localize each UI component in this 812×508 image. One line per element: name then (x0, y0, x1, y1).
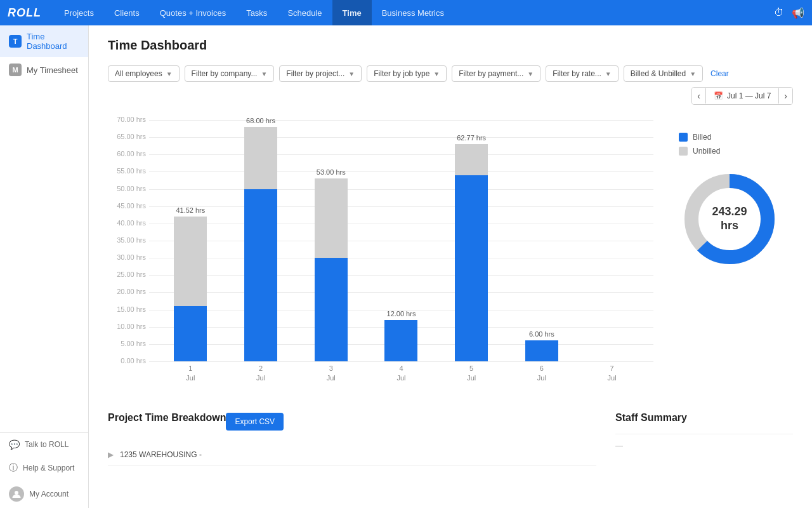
bar-label-5: 62.77 hrs (457, 134, 486, 142)
bottom-section: Project Time Breakdown Export CSV ▶ 1235… (108, 412, 793, 466)
next-date-button[interactable]: › (779, 88, 792, 104)
staff-summary-title: Staff Summary (615, 412, 793, 424)
bar-label-4: 12.00 hrs (387, 310, 416, 318)
sidebar-item-time-dashboard[interactable]: T Time Dashboard (0, 25, 88, 57)
staff-summary-placeholder: — (615, 441, 623, 450)
bar-billed-4 (384, 320, 417, 361)
project-breakdown-header: Project Time Breakdown Export CSV (108, 412, 596, 434)
bar-label-2: 68.00 hrs (246, 117, 275, 124)
my-account-button[interactable]: My Account (0, 480, 88, 508)
bar-label-6: 6.00 hrs (529, 330, 554, 338)
project-row: ▶ 1235 WAREHOUSING - (108, 444, 596, 466)
time-dashboard-icon: T (9, 35, 22, 48)
legend-billed: Billed (679, 133, 720, 142)
project-filter-arrow: ▼ (348, 70, 355, 77)
bar-stack-1 (174, 217, 207, 361)
billed-dot (679, 133, 688, 142)
bar-group-1: 41.52 hrs (165, 206, 216, 361)
megaphone-icon[interactable]: 📢 (792, 7, 804, 19)
x-label-3: 3Jul (306, 361, 357, 387)
bar-group-7 (587, 347, 638, 361)
timer-icon[interactable]: ⏱ (774, 7, 784, 18)
rate-filter[interactable]: Filter by rate... ▼ (546, 65, 619, 82)
job-type-filter-arrow: ▼ (433, 70, 440, 77)
company-filter[interactable]: Filter by company... ▼ (185, 65, 275, 82)
nav-tasks[interactable]: Tasks (236, 0, 277, 25)
x-label-6: 6Jul (516, 361, 567, 387)
top-navigation: ROLL Projects Clients Quotes + Invoices … (0, 0, 812, 25)
chart-section: 70.00 hrs 65.00 hrs 60.00 hrs 55.00 hrs … (108, 120, 793, 387)
date-range-text: Jul 1 — Jul 7 (727, 91, 771, 100)
help-support-button[interactable]: ⓘ Help & Support (0, 456, 88, 480)
project-breakdown: Project Time Breakdown Export CSV ▶ 1235… (108, 412, 596, 466)
sidebar-item-my-timesheet-label: My Timesheet (27, 65, 78, 75)
bar-label-1: 41.52 hrs (176, 206, 205, 214)
staff-summary: Staff Summary — (615, 412, 793, 466)
payment-filter-arrow: ▼ (527, 70, 534, 77)
chart-legend: Billed Unbilled (679, 133, 720, 156)
filters-bar: All employees ▼ Filter by company... ▼ F… (108, 65, 793, 105)
page-title: Time Dashboard (108, 38, 793, 53)
export-csv-button[interactable]: Export CSV (226, 413, 284, 431)
bar-group-2: 68.00 hrs (235, 117, 286, 361)
x-label-7: 7Jul (587, 361, 638, 387)
bar-stack-6 (525, 340, 558, 361)
nav-projects[interactable]: Projects (54, 0, 104, 25)
bar-label-3: 53.00 hrs (317, 168, 346, 176)
legend-billed-label: Billed (693, 133, 711, 142)
payment-filter[interactable]: Filter by payment... ▼ (452, 65, 540, 82)
project-filter[interactable]: Filter by project... ▼ (279, 65, 362, 82)
bar-stack-5 (455, 144, 488, 361)
legend-unbilled: Unbilled (679, 147, 720, 156)
bar-unbilled-5 (455, 144, 488, 175)
project-name: 1235 WAREHOUSING - (120, 450, 202, 459)
employees-filter[interactable]: All employees ▼ (108, 65, 180, 82)
rate-filter-arrow: ▼ (605, 70, 612, 77)
topnav-right: ⏱ 📢 (774, 7, 804, 19)
job-type-filter[interactable]: Filter by job type ▼ (367, 65, 447, 82)
nav-quotes-invoices[interactable]: Quotes + Invoices (150, 0, 236, 25)
my-account-label: My Account (29, 490, 69, 498)
project-breakdown-title: Project Time Breakdown (108, 412, 226, 424)
donut-chart-container: Billed Unbilled 243.29 hrs (666, 120, 793, 387)
bar-unbilled-2 (244, 127, 277, 189)
nav-schedule[interactable]: Schedule (277, 0, 332, 25)
prev-date-button[interactable]: ‹ (692, 88, 705, 104)
donut-chart: 243.29 hrs (679, 168, 780, 270)
sidebar-bottom: 💬 Talk to ROLL ⓘ Help & Support My Accou… (0, 432, 88, 508)
x-label-5: 5Jul (446, 361, 497, 387)
donut-total-text: 243.29 hrs (704, 205, 755, 232)
unbilled-dot (679, 147, 688, 156)
company-filter-arrow: ▼ (261, 70, 267, 77)
bar-billed-1 (174, 306, 207, 361)
help-support-label: Help & Support (23, 464, 74, 472)
talk-to-roll-button[interactable]: 💬 Talk to ROLL (0, 433, 88, 456)
svg-point-0 (15, 491, 18, 495)
chat-icon: 💬 (9, 439, 20, 450)
bar-chart: 70.00 hrs 65.00 hrs 60.00 hrs 55.00 hrs … (108, 120, 653, 387)
nav-business-metrics[interactable]: Business Metrics (372, 0, 454, 25)
nav-time[interactable]: Time (332, 0, 372, 25)
talk-to-roll-label: Talk to ROLL (25, 440, 69, 449)
billed-status-arrow: ▼ (690, 70, 696, 77)
nav-items: Projects Clients Quotes + Invoices Tasks… (54, 0, 774, 25)
bar-billed-3 (315, 258, 348, 361)
project-chevron-icon[interactable]: ▶ (108, 450, 114, 459)
bar-group-6: 6.00 hrs (516, 330, 567, 361)
date-navigation: ‹ 📅 Jul 1 — Jul 7 › (691, 87, 793, 105)
nav-clients[interactable]: Clients (104, 0, 150, 25)
legend-unbilled-label: Unbilled (693, 147, 720, 156)
bar-group-5: 62.77 hrs (446, 134, 497, 361)
bar-unbilled-1 (174, 217, 207, 306)
bar-unbilled-3 (315, 178, 348, 258)
bar-billed-5 (455, 175, 488, 361)
billed-status-filter[interactable]: Billed & Unbilled ▼ (624, 65, 703, 82)
clear-filters-button[interactable]: Clear (708, 69, 731, 78)
bar-billed-6 (525, 340, 558, 361)
app-logo: ROLL (8, 6, 41, 20)
avatar (9, 486, 24, 502)
sidebar-item-my-timesheet[interactable]: M My Timesheet (0, 57, 88, 83)
x-label-4: 4Jul (376, 361, 426, 387)
employees-filter-arrow: ▼ (166, 70, 173, 77)
date-range-display: 📅 Jul 1 — Jul 7 (705, 88, 779, 104)
